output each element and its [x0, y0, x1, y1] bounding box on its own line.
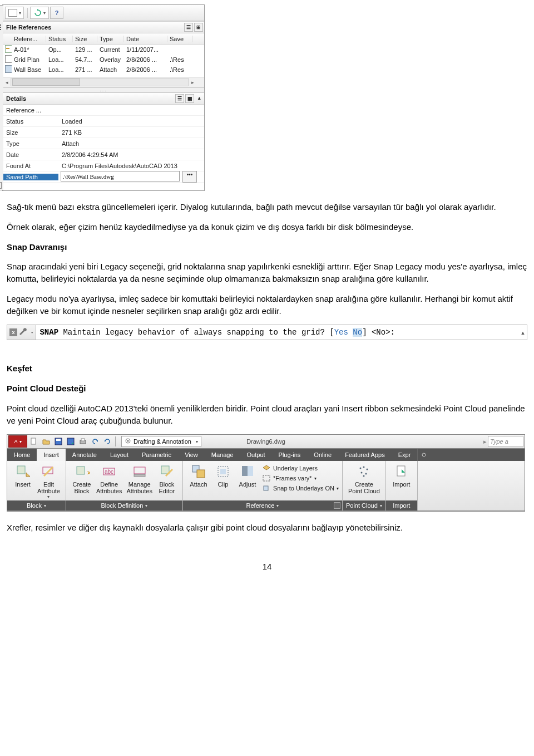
workspace-dropdown[interactable]: Drafting & Annotation ▾ [121, 436, 201, 447]
insert-button[interactable]: Insert [13, 463, 33, 488]
underlay-layers-button[interactable]: Underlay Layers [262, 463, 339, 473]
col-type[interactable]: Type [97, 36, 124, 42]
scroll-left-icon[interactable]: ◂ [3, 80, 11, 85]
gear-icon [125, 438, 131, 445]
detail-value: C:\Program Files\Autodesk\AutoCAD 2013 [58, 163, 204, 169]
browse-button[interactable]: ••• [182, 171, 197, 183]
clip-button[interactable]: Clip [213, 463, 233, 488]
list-view-icon[interactable]: ☰ [184, 23, 193, 32]
search-input[interactable]: Type a [488, 436, 523, 447]
wrench-icon [19, 328, 29, 337]
details-list-icon[interactable]: ☰ [175, 94, 184, 103]
saved-path-input[interactable] [61, 171, 180, 181]
grid-row[interactable]: Grid Plan Loa... 54.7... Overlay 2/8/200… [3, 55, 204, 65]
define-attributes-button[interactable]: abc Define Attributes [96, 463, 122, 494]
tab-manage[interactable]: Manage [205, 449, 240, 461]
group-pointcloud: Create Point Cloud Point Cloud▾ [343, 461, 386, 510]
command-text: Maintain legacy behavior of always snapp… [63, 328, 334, 337]
file-references-label: File References [6, 24, 51, 31]
external-references-palette: ✕ External References ▾ ▾ ? File Referen… [2, 4, 205, 191]
close-icon[interactable]: x [9, 328, 17, 336]
tab-plugins[interactable]: Plug-ins [272, 449, 308, 461]
col-saved[interactable]: Save [167, 36, 193, 42]
scroll-right-icon[interactable]: ▸ [189, 80, 196, 85]
svg-rect-29 [248, 466, 253, 476]
tab-layout[interactable]: Layout [103, 449, 135, 461]
grid-row[interactable]: A-01* Op... 129 ... Current 1/11/2007... [3, 45, 204, 55]
frames-icon [262, 474, 271, 482]
minimize-ribbon-icon[interactable] [417, 449, 430, 461]
snap-underlays-dropdown[interactable]: Snap to Underlays ON ▾ [262, 483, 339, 493]
block-editor-button[interactable]: Block Editor [157, 463, 177, 494]
details-table: Reference ... StatusLoaded Size271 KB Ty… [3, 105, 204, 190]
tab-home[interactable]: Home [7, 449, 37, 461]
svg-text:✶: ✶ [86, 468, 90, 478]
expand-icon[interactable]: ▴ [519, 328, 527, 337]
workspace-label: Drafting & Annotation [134, 438, 191, 445]
dialog-launcher-icon[interactable] [334, 502, 340, 509]
horizontal-scrollbar[interactable]: ◂ ▸ [3, 77, 204, 87]
col-status[interactable]: Status [46, 36, 73, 42]
col-size[interactable]: Size [73, 36, 97, 42]
create-pointcloud-button[interactable]: Create Point Cloud [348, 463, 380, 494]
details-preview-icon[interactable]: ▦ [185, 94, 194, 103]
tab-online[interactable]: Online [307, 449, 338, 461]
adjust-button[interactable]: Adjust [238, 463, 258, 488]
help-icon[interactable]: ? [50, 7, 63, 19]
svg-point-12 [127, 440, 129, 442]
attach-dropdown-button[interactable]: ▾ [5, 7, 24, 19]
svg-rect-39 [397, 466, 405, 476]
tab-view[interactable]: View [178, 449, 205, 461]
svg-marker-10 [105, 440, 106, 442]
tree-view-icon[interactable]: ⊞ [194, 23, 203, 32]
palette-menu-icon[interactable] [0, 24, 1, 31]
undo-icon[interactable] [90, 436, 101, 446]
tab-insert[interactable]: Insert [37, 449, 66, 461]
option-no[interactable]: No [353, 328, 362, 337]
app-menu-button[interactable]: A▾ [8, 435, 27, 448]
detail-value: 2/8/2006 4:29:54 AM [58, 151, 204, 158]
tab-express[interactable]: Expr [392, 449, 418, 461]
paragraph: Örnek olarak, eğer çizim henüz kaydedilm… [7, 221, 527, 233]
paragraph: Xrefler, resimler ve diğer dış kaynaklı … [7, 522, 527, 534]
create-block-button[interactable]: ✶ Create Block [72, 463, 92, 494]
grid-row[interactable]: Wall Base Loa... 271 ... Attach 2/8/2006… [3, 65, 204, 75]
import-button[interactable]: Import [392, 463, 412, 488]
heading-pc: Point Cloud Desteği [7, 382, 527, 395]
palette-options-icon[interactable] [0, 182, 2, 189]
tab-output[interactable]: Output [240, 449, 272, 461]
save-icon[interactable] [53, 436, 64, 446]
command-line[interactable]: x ▾ SNAP Maintain legacy behavior of alw… [7, 325, 527, 340]
plot-icon[interactable] [77, 436, 88, 446]
svg-rect-2 [31, 438, 36, 444]
palette-splitter[interactable]: ··· [3, 87, 204, 92]
svg-rect-22 [134, 474, 145, 477]
manage-attributes-button[interactable]: Manage Attributes [126, 463, 152, 494]
svg-point-37 [365, 473, 367, 475]
tab-featured[interactable]: Featured Apps [338, 449, 392, 461]
details-collapse-icon[interactable]: ▴ [195, 94, 203, 102]
search-caret-icon[interactable]: ▸ [483, 438, 487, 445]
col-reference[interactable]: Refere... [12, 36, 46, 42]
pin-icon[interactable] [0, 16, 1, 22]
svg-rect-23 [161, 466, 169, 474]
refresh-dropdown-button[interactable]: ▾ [30, 7, 49, 19]
svg-rect-28 [242, 466, 248, 476]
frames-dropdown[interactable]: *Frames vary* ▾ [262, 473, 339, 483]
attach-button[interactable]: Attach [189, 463, 209, 488]
open-icon[interactable] [41, 436, 52, 446]
ribbon-groups: Insert Edit Attribute ▾ Block▾ ✶ Create … [7, 461, 525, 511]
group-reference: Attach Clip Adjust Underlay Layers [183, 461, 343, 510]
detail-key: Reference ... [3, 107, 58, 114]
col-date[interactable]: Date [124, 36, 167, 42]
grid-header[interactable]: Refere... Status Size Type Date Save [3, 33, 204, 45]
saveas-icon[interactable] [65, 436, 76, 446]
tab-parametric[interactable]: Parametric [135, 449, 178, 461]
edit-attribute-button[interactable]: Edit Attribute ▾ [37, 463, 60, 499]
svg-rect-8 [81, 439, 85, 441]
redo-icon[interactable] [102, 436, 113, 446]
quick-access-toolbar: A▾ Drafting & Annotation ▾ Drawing6.dwg … [7, 435, 525, 449]
tab-annotate[interactable]: Annotate [66, 449, 103, 461]
option-yes[interactable]: Yes [334, 328, 348, 337]
new-icon[interactable] [28, 436, 39, 446]
